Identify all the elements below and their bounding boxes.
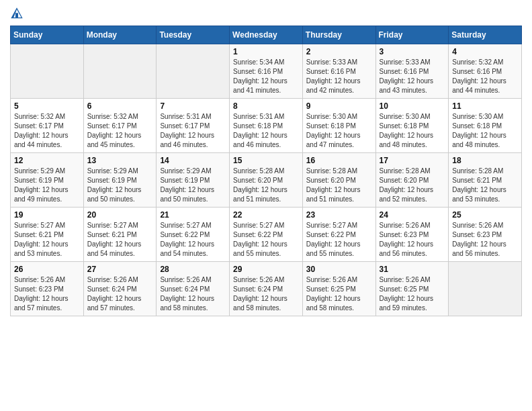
- day-number: 11: [452, 101, 518, 111]
- day-number: 27: [87, 265, 153, 274]
- day-number: 18: [452, 156, 518, 165]
- day-info: Sunrise: 5:31 AM Sunset: 6:18 PM Dayligh…: [233, 112, 299, 150]
- day-number: 2: [306, 47, 372, 56]
- calendar-cell: [157, 44, 230, 99]
- day-info: Sunrise: 5:30 AM Sunset: 6:18 PM Dayligh…: [380, 112, 445, 150]
- day-number: 26: [14, 265, 80, 274]
- day-number: 25: [452, 210, 518, 220]
- day-info: Sunrise: 5:28 AM Sunset: 6:21 PM Dayligh…: [452, 167, 518, 204]
- day-number: 28: [160, 265, 226, 274]
- calendar-cell: 30Sunrise: 5:26 AM Sunset: 6:25 PM Dayli…: [302, 262, 375, 316]
- calendar-cell: [11, 44, 84, 99]
- calendar-cell: 2Sunrise: 5:33 AM Sunset: 6:16 PM Daylig…: [302, 44, 375, 99]
- day-info: Sunrise: 5:28 AM Sunset: 6:20 PM Dayligh…: [233, 167, 299, 204]
- calendar-cell: 5Sunrise: 5:32 AM Sunset: 6:17 PM Daylig…: [11, 99, 84, 153]
- day-number: 22: [233, 210, 299, 220]
- day-number: 16: [306, 156, 372, 165]
- day-number: 6: [87, 101, 153, 111]
- day-info: Sunrise: 5:32 AM Sunset: 6:17 PM Dayligh…: [87, 112, 153, 150]
- day-info: Sunrise: 5:27 AM Sunset: 6:22 PM Dayligh…: [233, 221, 299, 259]
- svg-rect-2: [15, 13, 18, 17]
- day-number: 23: [306, 210, 372, 220]
- day-number: 9: [306, 101, 372, 111]
- calendar-cell: 6Sunrise: 5:32 AM Sunset: 6:17 PM Daylig…: [83, 99, 157, 153]
- day-info: Sunrise: 5:26 AM Sunset: 6:25 PM Dayligh…: [306, 275, 372, 313]
- calendar-week-row: 1Sunrise: 5:34 AM Sunset: 6:16 PM Daylig…: [11, 44, 522, 99]
- day-info: Sunrise: 5:27 AM Sunset: 6:21 PM Dayligh…: [14, 221, 80, 259]
- calendar-cell: 1Sunrise: 5:34 AM Sunset: 6:16 PM Daylig…: [230, 44, 303, 99]
- day-info: Sunrise: 5:30 AM Sunset: 6:18 PM Dayligh…: [452, 112, 518, 150]
- day-info: Sunrise: 5:33 AM Sunset: 6:16 PM Dayligh…: [380, 58, 445, 95]
- logo: [10, 7, 25, 20]
- day-number: 3: [380, 47, 445, 56]
- calendar-cell: 13Sunrise: 5:29 AM Sunset: 6:19 PM Dayli…: [83, 153, 157, 208]
- calendar-cell: 27Sunrise: 5:26 AM Sunset: 6:24 PM Dayli…: [83, 262, 157, 316]
- header-sunday: Sunday: [11, 26, 84, 44]
- calendar-cell: 12Sunrise: 5:29 AM Sunset: 6:19 PM Dayli…: [11, 153, 84, 208]
- day-info: Sunrise: 5:32 AM Sunset: 6:17 PM Dayligh…: [14, 112, 80, 150]
- day-info: Sunrise: 5:26 AM Sunset: 6:23 PM Dayligh…: [452, 221, 518, 259]
- day-number: 29: [233, 265, 299, 274]
- day-number: 13: [87, 156, 153, 165]
- calendar-cell: 10Sunrise: 5:30 AM Sunset: 6:18 PM Dayli…: [375, 99, 449, 153]
- calendar-cell: 17Sunrise: 5:28 AM Sunset: 6:20 PM Dayli…: [375, 153, 449, 208]
- day-info: Sunrise: 5:26 AM Sunset: 6:23 PM Dayligh…: [14, 275, 80, 313]
- day-number: 7: [160, 101, 226, 111]
- day-info: Sunrise: 5:29 AM Sunset: 6:19 PM Dayligh…: [160, 167, 226, 204]
- day-info: Sunrise: 5:29 AM Sunset: 6:19 PM Dayligh…: [87, 167, 153, 204]
- page-header: [10, 7, 522, 20]
- calendar-cell: 4Sunrise: 5:32 AM Sunset: 6:16 PM Daylig…: [449, 44, 522, 99]
- day-number: 1: [233, 47, 299, 56]
- calendar-cell: 9Sunrise: 5:30 AM Sunset: 6:18 PM Daylig…: [302, 99, 375, 153]
- day-info: Sunrise: 5:26 AM Sunset: 6:23 PM Dayligh…: [380, 221, 445, 259]
- day-number: 19: [14, 210, 80, 220]
- day-info: Sunrise: 5:33 AM Sunset: 6:16 PM Dayligh…: [306, 58, 372, 95]
- calendar-cell: 25Sunrise: 5:26 AM Sunset: 6:23 PM Dayli…: [449, 208, 522, 262]
- day-number: 24: [380, 210, 445, 220]
- calendar-week-row: 26Sunrise: 5:26 AM Sunset: 6:23 PM Dayli…: [11, 262, 522, 316]
- logo-icon: [10, 7, 24, 20]
- day-number: 15: [233, 156, 299, 165]
- calendar-cell: 8Sunrise: 5:31 AM Sunset: 6:18 PM Daylig…: [230, 99, 303, 153]
- day-number: 14: [160, 156, 226, 165]
- day-number: 5: [14, 101, 80, 111]
- calendar-cell: 3Sunrise: 5:33 AM Sunset: 6:16 PM Daylig…: [375, 44, 449, 99]
- calendar-cell: 15Sunrise: 5:28 AM Sunset: 6:20 PM Dayli…: [230, 153, 303, 208]
- day-number: 21: [160, 210, 226, 220]
- day-number: 8: [233, 101, 299, 111]
- day-info: Sunrise: 5:34 AM Sunset: 6:16 PM Dayligh…: [233, 58, 299, 95]
- calendar-cell: 28Sunrise: 5:26 AM Sunset: 6:24 PM Dayli…: [157, 262, 230, 316]
- day-number: 20: [87, 210, 153, 220]
- day-info: Sunrise: 5:26 AM Sunset: 6:25 PM Dayligh…: [380, 275, 445, 313]
- day-info: Sunrise: 5:29 AM Sunset: 6:19 PM Dayligh…: [14, 167, 80, 204]
- calendar-week-row: 12Sunrise: 5:29 AM Sunset: 6:19 PM Dayli…: [11, 153, 522, 208]
- day-info: Sunrise: 5:30 AM Sunset: 6:18 PM Dayligh…: [306, 112, 372, 150]
- header-tuesday: Tuesday: [157, 26, 230, 44]
- day-info: Sunrise: 5:26 AM Sunset: 6:24 PM Dayligh…: [87, 275, 153, 313]
- calendar-cell: 19Sunrise: 5:27 AM Sunset: 6:21 PM Dayli…: [11, 208, 84, 262]
- calendar-cell: [449, 262, 522, 316]
- header-monday: Monday: [83, 26, 157, 44]
- calendar-week-row: 19Sunrise: 5:27 AM Sunset: 6:21 PM Dayli…: [11, 208, 522, 262]
- day-info: Sunrise: 5:27 AM Sunset: 6:21 PM Dayligh…: [87, 221, 153, 259]
- calendar-cell: 16Sunrise: 5:28 AM Sunset: 6:20 PM Dayli…: [302, 153, 375, 208]
- calendar-cell: 26Sunrise: 5:26 AM Sunset: 6:23 PM Dayli…: [11, 262, 84, 316]
- calendar-cell: 18Sunrise: 5:28 AM Sunset: 6:21 PM Dayli…: [449, 153, 522, 208]
- day-number: 12: [14, 156, 80, 165]
- calendar-cell: 24Sunrise: 5:26 AM Sunset: 6:23 PM Dayli…: [375, 208, 449, 262]
- calendar-cell: 29Sunrise: 5:26 AM Sunset: 6:24 PM Dayli…: [230, 262, 303, 316]
- day-number: 4: [452, 47, 518, 56]
- header-thursday: Thursday: [302, 26, 375, 44]
- calendar-cell: 31Sunrise: 5:26 AM Sunset: 6:25 PM Dayli…: [375, 262, 449, 316]
- calendar-cell: 20Sunrise: 5:27 AM Sunset: 6:21 PM Dayli…: [83, 208, 157, 262]
- header-saturday: Saturday: [449, 26, 522, 44]
- header-wednesday: Wednesday: [230, 26, 303, 44]
- day-info: Sunrise: 5:31 AM Sunset: 6:17 PM Dayligh…: [160, 112, 226, 150]
- day-number: 10: [380, 101, 445, 111]
- calendar-cell: 7Sunrise: 5:31 AM Sunset: 6:17 PM Daylig…: [157, 99, 230, 153]
- day-info: Sunrise: 5:26 AM Sunset: 6:24 PM Dayligh…: [233, 275, 299, 313]
- calendar-header-row: SundayMondayTuesdayWednesdayThursdayFrid…: [11, 26, 522, 44]
- calendar-week-row: 5Sunrise: 5:32 AM Sunset: 6:17 PM Daylig…: [11, 99, 522, 153]
- day-info: Sunrise: 5:28 AM Sunset: 6:20 PM Dayligh…: [306, 167, 372, 204]
- calendar-cell: 23Sunrise: 5:27 AM Sunset: 6:22 PM Dayli…: [302, 208, 375, 262]
